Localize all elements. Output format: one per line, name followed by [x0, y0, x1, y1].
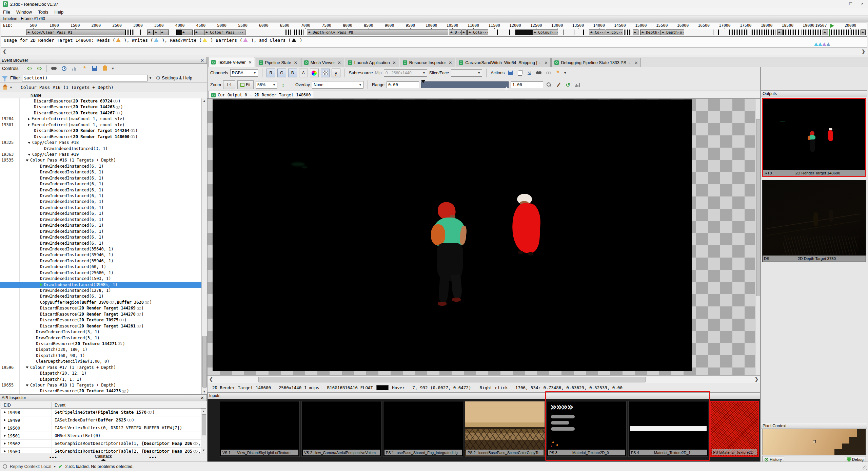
overlay-select[interactable]: None▼ — [312, 81, 363, 89]
back-arrow-icon[interactable]: ⇦ — [25, 65, 33, 72]
expander-icon[interactable] — [28, 154, 31, 156]
chevron-down-icon[interactable]: ▼ — [9, 86, 13, 89]
gamma-button[interactable]: γ — [332, 69, 340, 77]
bookmark-icon[interactable]: * — [81, 65, 88, 72]
event-row[interactable]: DrawIndexedInstanced(3, 1) — [0, 335, 201, 341]
event-row[interactable]: Dispatch(160, 90, 1) — [0, 353, 201, 359]
event-row[interactable]: DrawIndexedInstanced(6, 1) — [0, 217, 201, 223]
scrollbar-thumb[interactable] — [202, 336, 207, 388]
timeline-pass-row[interactable]: + Copy/Clear Pass #1++++++ Colour Pass ·… — [1, 29, 867, 36]
event-row[interactable]: DrawIndexedInstanced(1278, 1) — [0, 288, 201, 294]
menu-file[interactable]: File — [0, 9, 13, 15]
zoom-range-icon[interactable] — [545, 81, 553, 89]
timing-clock-icon[interactable] — [60, 65, 68, 72]
api-row[interactable]: 19503SetGraphicsRootDescriptorTable(2, {… — [1, 448, 201, 453]
event-row[interactable]: DrawIndexedInstanced(6, 1) — [0, 199, 201, 205]
expander-icon[interactable] — [26, 366, 28, 369]
event-row[interactable]: DiscardResource(2D Texture 144263 ) — [0, 104, 201, 110]
current-eid-marker-icon[interactable] — [830, 24, 834, 28]
event-row[interactable]: DiscardResource(2D Render Target 144281 … — [0, 323, 201, 329]
chevron-down-icon[interactable]: ▼ — [149, 76, 152, 80]
api-row[interactable]: 19501OMSetStencilRef(0) — [1, 432, 201, 440]
viewport-hscrollbar[interactable]: ❮ ❯ — [208, 375, 760, 383]
tab-close-icon[interactable]: ✕ — [248, 60, 252, 65]
timeline-pass-plus[interactable]: + — [194, 30, 204, 35]
event-row[interactable]: 19363Copy/Clear Pass #19 — [0, 152, 201, 157]
api-scrollbar[interactable]: ▲ ▼ — [201, 409, 206, 453]
tab-close-icon[interactable]: ✕ — [338, 60, 341, 65]
expander-icon[interactable] — [4, 442, 6, 445]
gear-icon[interactable]: ⚙ — [156, 75, 160, 81]
find-event-icon[interactable] — [50, 65, 58, 72]
input-thumbnail-ps2[interactable]: PS 2lucentBasePass_SceneColorCopyTe — [465, 401, 545, 457]
event-row[interactable]: DiscardResource(2D Texture 144267 ) — [0, 110, 201, 116]
range-min-input[interactable] — [387, 81, 419, 88]
event-row[interactable]: DrawIndexedInstanced(60, 1) — [0, 264, 201, 270]
timeline-pass-bar[interactable]: + Colour··· — [532, 30, 558, 35]
event-row[interactable]: DrawIndexedInstanced(6, 1) — [0, 164, 201, 169]
link-icon[interactable] — [545, 69, 552, 77]
timeline-pass-bar[interactable]: + D··· — [449, 30, 461, 35]
event-row[interactable]: DrawIndexedInstanced(6, 1) — [0, 229, 201, 234]
tab-mesh-viewer[interactable]: Mesh Viewer✕ — [301, 58, 344, 67]
event-row[interactable]: DiscardResource(2D Render Target 148600 … — [0, 134, 201, 140]
chevron-down-icon[interactable]: ▼ — [111, 67, 114, 70]
timeline-ruler[interactable]: EID: 50010001500200025003000350040004500… — [1, 22, 867, 30]
timeline-pass-bar[interactable]: + Colo··· — [467, 30, 488, 35]
range-max-input[interactable] — [511, 81, 543, 88]
chevron-down-icon[interactable]: ▼ — [564, 71, 567, 75]
zoom-level-select[interactable]: 56%▼ — [256, 81, 277, 89]
timeline-pass-bar[interactable]: + Colour Pass ··· — [204, 30, 245, 35]
event-row[interactable]: 19301ExecuteIndirect(maxCount 1, count <… — [0, 122, 201, 128]
expander-icon[interactable] — [28, 118, 30, 120]
scroll-down-icon[interactable]: ▼ — [202, 389, 207, 394]
rendered-texture-image[interactable] — [213, 99, 692, 371]
expander-icon[interactable] — [28, 124, 30, 126]
replay-context-label[interactable]: Replay Context: Local — [10, 464, 51, 469]
timeline-pass-plus[interactable]: + — [154, 30, 160, 35]
tab-close-icon[interactable]: ✕ — [393, 60, 396, 65]
event-row[interactable]: DiscardResource(2D Texture 70975 ) — [0, 317, 201, 323]
reset-range-icon[interactable]: ↺ — [564, 81, 572, 89]
expander-icon[interactable] — [4, 450, 6, 453]
timeline-pass-bar[interactable]: + Depth-o··· — [660, 30, 684, 35]
extensions-icon[interactable] — [101, 65, 108, 72]
event-list-scrollbar[interactable]: ▲ ▼ — [201, 98, 207, 394]
event-row[interactable]: 19325Copy/Clear Pass #18 — [0, 140, 201, 146]
timeline-pass-bar[interactable]: + Co··· — [589, 30, 605, 35]
event-row[interactable]: DrawIndexedInstanced(35946, 1) — [0, 252, 201, 258]
channel-a-button[interactable]: A — [299, 69, 308, 77]
expander-icon[interactable] — [26, 159, 28, 162]
timeline-pass-bar[interactable]: + Depth-only Pass #8 — [307, 30, 448, 35]
event-row[interactable]: DrawIndexedInstanced(6, 1) — [0, 193, 201, 199]
mip-select[interactable]: 0 - 2560x1440▼ — [384, 69, 427, 77]
resize-grip[interactable] — [863, 466, 867, 470]
tab-launch-application[interactable]: Launch Application✕ — [345, 58, 399, 67]
timeline-hscrollbar[interactable]: ❮ ❯ — [1, 48, 867, 55]
timeline-pass-bar[interactable]: + Depth··· — [640, 30, 660, 35]
channels-select[interactable]: RGBA▼ — [230, 69, 258, 77]
input-thumbnail-ps5[interactable]: PS 5Material_Texture2D_2 — [710, 401, 759, 457]
api-row[interactable]: 19499IASetIndexBuffer(Buffer 2625 ) — [1, 416, 201, 424]
event-row[interactable]: DrawIndexedInstanced(35946, 1) — [0, 258, 201, 264]
checkerboard-background-icon[interactable] — [321, 69, 330, 77]
event-row[interactable]: ClearDepthStencilView(1.00, 0) — [0, 359, 201, 364]
event-row[interactable]: Dispatch(1, 1, 1) — [0, 377, 201, 382]
event-column-header[interactable]: Event — [52, 402, 65, 408]
api-row[interactable]: 19502SetGraphicsRootDescriptorTable(1, {… — [1, 440, 201, 448]
range-white-point-handle[interactable] — [505, 87, 509, 90]
timeline-pass-plus[interactable]: + — [160, 30, 169, 35]
expander-icon[interactable] — [4, 411, 6, 414]
maximize-button[interactable]: □ — [845, 0, 856, 8]
api-row[interactable]: 19498SetPipelineState(Pipeline State 157… — [1, 409, 201, 416]
save-icon[interactable] — [91, 65, 98, 72]
event-row[interactable]: 19284ExecuteIndirect(maxCount 1, count <… — [0, 116, 201, 122]
usage-event-marker-icon[interactable] — [818, 42, 822, 46]
scroll-left-icon[interactable]: ❮ — [1, 49, 8, 55]
expander-icon[interactable] — [28, 142, 31, 144]
tab-close-icon[interactable]: ✕ — [544, 60, 548, 65]
timeline-pass-plus[interactable]: + — [823, 30, 828, 35]
expander-icon[interactable] — [4, 427, 6, 429]
input-thumbnail-ps1[interactable]: PS 1asePass_Shared_Fog_IntegratedLig — [383, 401, 463, 457]
timeline-pass-bar[interactable]: + Copy/Clear Pass #1 — [26, 30, 125, 35]
